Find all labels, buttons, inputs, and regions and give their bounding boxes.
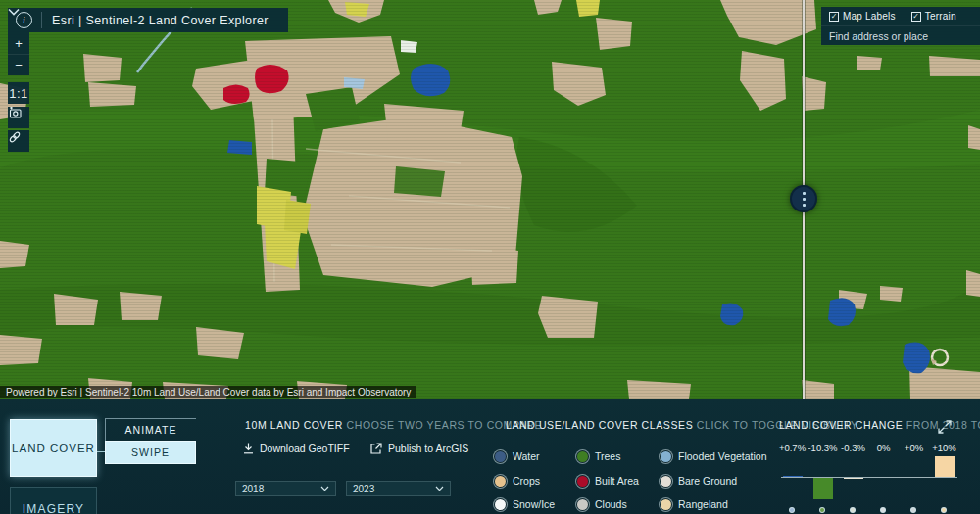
change-title: LAND COVER CHANGE [779,419,903,431]
legend-label: Built Area [595,475,639,487]
tab-animate[interactable]: ANIMATE [105,418,196,441]
legend-label: Snow/Ice [513,498,555,510]
app-title: Esri | Sentinel-2 Land Cover Explorer [52,14,269,27]
map-labels-checkbox[interactable]: ✓ [829,12,839,22]
legend-label: Crops [513,475,540,487]
legend-item-crops[interactable]: Crops [495,475,540,487]
clouds-swatch [577,499,588,510]
mode-imagery-button[interactable]: IMAGERY [10,487,97,514]
mode-land-cover-button[interactable]: LAND COVER [10,419,97,477]
layer-title: 10M LAND COVER [245,419,343,431]
publish-label: Publish to ArcGIS [388,443,468,454]
legend-item-trees[interactable]: Trees [577,450,620,462]
layer-section-title: 10M LAND COVER CHOOSE TWO YEARS TO COMPA… [245,419,542,431]
chart-bar-rangeland [935,456,955,477]
publish-arcgis-button[interactable]: Publish to ArcGIS [370,443,468,454]
ellipsis-dot [803,204,806,207]
legend-label: Flooded Vegetation [678,450,767,462]
water-swatch [495,451,506,462]
crops-swatch [495,476,506,487]
map-options-panel: ✓ Map Labels ✓ Terrain [821,7,980,45]
map-view[interactable]: i Esri | Sentinel-2 Land Cover Explorer … [0,0,980,399]
expand-icon [938,420,952,434]
legend-item-built-area[interactable]: Built Area [577,475,639,487]
year-select-right[interactable]: 2023 [346,481,451,496]
zoom-in-button[interactable]: + [8,32,29,54]
ellipsis-dot [803,192,806,195]
map-canvas[interactable] [0,0,980,399]
change-bar-chart [777,448,959,509]
year-right-value: 2023 [353,484,374,494]
legend-label: Water [513,450,540,462]
legend-label: Clouds [595,498,627,510]
snow-ice-swatch [495,499,506,510]
chevron-down-icon [320,486,329,491]
tab-swipe[interactable]: SWIPE [105,441,196,464]
chart-class-dot [941,507,947,513]
header-divider [41,12,42,28]
download-icon [243,443,254,454]
zoom-1to1-button[interactable]: 1:1 [8,82,29,104]
legend-item-clouds[interactable]: Clouds [577,498,627,510]
legend-item-bare-ground[interactable]: Bare Ground [661,475,737,487]
app: i Esri | Sentinel-2 Land Cover Explorer … [0,0,980,514]
zoom-out-button[interactable]: − [8,54,29,75]
zoom-to-native-control: 1:1 [8,82,29,104]
classes-title: LAND USE/LAND COVER CLASSES [506,419,693,431]
layer-toggles-row: ✓ Map Labels ✓ Terrain [821,7,980,25]
search-row [821,25,980,45]
chart-class-dot [789,507,795,513]
trees-swatch [577,451,588,462]
year-select-left[interactable]: 2018 [235,481,336,496]
chart-class-dot [880,507,886,513]
screenshot-button[interactable] [8,107,29,128]
search-input[interactable] [821,26,980,45]
expand-chart-button[interactable] [938,420,952,434]
chart-bar-trees [813,478,833,499]
flooded-vegetation-swatch [661,451,671,462]
link-icon [8,130,22,144]
rangeland-swatch [661,499,671,510]
screenshot-control [8,107,29,128]
built-area-swatch [577,476,588,487]
copy-link-button[interactable] [8,130,29,152]
year-left-value: 2018 [242,484,264,494]
terrain-checkbox[interactable]: ✓ [911,12,921,22]
app-header: i Esri | Sentinel-2 Land Cover Explorer [8,8,288,32]
bare-ground-swatch [661,476,671,487]
legend-item-water[interactable]: Water [495,450,540,462]
bottom-panel: LAND COVER IMAGERY ANIMATE SWIPE 10M LAN… [0,399,980,514]
legend-label: Bare Ground [678,475,737,487]
download-geotiff-button[interactable]: Download GeoTIFF [243,443,350,454]
chart-class-dot [819,507,825,513]
camera-icon [8,107,22,118]
download-label: Download GeoTIFF [260,443,350,454]
ellipsis-dot [803,198,806,201]
swipe-handle[interactable] [790,185,817,212]
external-link-icon [370,443,382,454]
chart-bar-flooded-vegetation [844,478,863,479]
chart-class-dot [850,507,856,513]
legend-label: Rangeland [678,498,728,510]
attribution: Powered by Esri | Sentinel-2 10m Land Us… [0,386,416,398]
chevron-down-icon [435,486,444,491]
mode-connector-line [97,451,105,452]
legend-item-snow-ice[interactable]: Snow/Ice [495,498,555,510]
legend-item-rangeland[interactable]: Rangeland [661,498,728,510]
zoom-control: + − [8,32,29,75]
legend-item-flooded-vegetation[interactable]: Flooded Vegetation [661,450,767,462]
chart-class-dot [910,507,916,513]
map-labels-label[interactable]: Map Labels [843,11,896,22]
legend-label: Trees [595,450,620,462]
terrain-label[interactable]: Terrain [925,11,956,22]
chart-bar-water [783,476,803,477]
share-control [8,130,29,152]
